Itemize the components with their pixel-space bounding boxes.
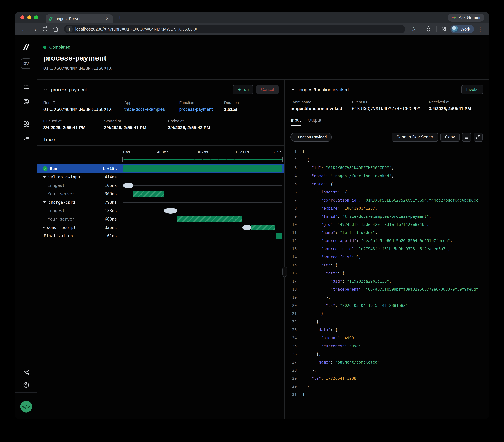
run-fields-row1: Run ID 01KJX6Q7W64NMKMWBNKCJ58XTX App tr…	[37, 94, 284, 112]
profile-chip[interactable]: Work	[450, 25, 474, 33]
field-label: Run ID	[43, 101, 124, 105]
code-line: 20 "ts": "2026-03-04T19:55:41.288158Z"	[288, 302, 489, 310]
expand-icon[interactable]	[474, 133, 483, 142]
bookmark-star-icon[interactable]: ☆	[409, 25, 418, 34]
timeline-minimap[interactable]	[123, 157, 282, 162]
code-line: 23 "data": {	[288, 326, 489, 334]
browser-toolbar: ← → i localhost:8288/run?runID=01KJX6Q7W…	[15, 23, 489, 35]
dev-server-fab[interactable]: </>	[20, 401, 32, 413]
new-tab-button[interactable]: +	[118, 14, 122, 21]
payload-code-editor[interactable]: 1[2 {3 "id": "01KJX6Q7V81N4DMZ7HFJ0CGPDM…	[285, 148, 489, 399]
menu-kebab-icon[interactable]: ⋮	[476, 25, 485, 34]
code-line-content: "expire": 1804190141287,	[302, 204, 378, 212]
chevron-down-icon[interactable]	[43, 201, 46, 203]
line-number: 21	[288, 310, 297, 318]
code-line-content: [	[302, 148, 305, 156]
function-payload-pill[interactable]: Function Payload	[290, 133, 332, 142]
code-line-content: "source_app_id": "eea6afc5-e66d-5b26-850…	[302, 237, 452, 245]
trace-row[interactable]: Run1.615s	[37, 165, 284, 173]
line-number: 19	[288, 293, 297, 302]
code-line-content: "currency": "usd"	[302, 342, 361, 350]
function-link[interactable]: process-payment	[179, 107, 224, 112]
share-icon[interactable]	[23, 369, 29, 375]
nav-runs-icon[interactable]	[23, 84, 29, 90]
close-window-button[interactable]	[20, 16, 24, 19]
field-label: Queued at	[43, 119, 104, 123]
code-line: 5 "data": {	[288, 180, 489, 188]
home-button[interactable]	[51, 25, 60, 34]
trace-row[interactable]: send-receipt335ms	[37, 223, 284, 232]
code-line-content: }	[302, 383, 309, 391]
collapse-chevron-icon[interactable]	[291, 87, 295, 92]
field-label: Duration	[224, 101, 239, 105]
rerun-button[interactable]: Rerun	[233, 85, 253, 94]
trace-row[interactable]: Inngest105ms	[37, 181, 284, 190]
dev-env-badge[interactable]: DV	[21, 58, 31, 69]
inngest-logo-icon[interactable]	[24, 44, 28, 50]
address-bar[interactable]: i localhost:8288/run?runID=01KJX6Q7W64NM…	[64, 25, 405, 34]
nav-functions-icon[interactable]	[23, 135, 29, 142]
timeline-track	[123, 236, 282, 236]
chevron-down-icon[interactable]	[43, 176, 46, 178]
axis-tick-label: 403ms	[157, 150, 169, 154]
browser-tab[interactable]: Inngest Server ✕	[46, 15, 113, 23]
nav-apps-icon[interactable]	[23, 121, 29, 127]
code-line: 4 "name": "inngest/function.invoked",	[288, 172, 489, 180]
maximize-window-button[interactable]	[34, 16, 38, 19]
code-line-content: },	[302, 350, 321, 358]
trace-bar-solid	[276, 233, 282, 239]
side-panel-search-icon[interactable]	[440, 25, 449, 34]
copy-button[interactable]: Copy	[440, 133, 460, 142]
avatar	[452, 26, 458, 32]
line-number: 2	[288, 156, 297, 164]
ask-gemini-button[interactable]: Ask Gemini	[448, 14, 484, 22]
event-panel: inngest/function.invoked Invoke Event na…	[285, 80, 489, 419]
collapse-chevron-icon[interactable]	[43, 87, 48, 92]
word-wrap-icon[interactable]	[462, 133, 471, 142]
nav-event-search-icon[interactable]	[23, 98, 29, 105]
code-line-content: "fn_id": "trace-docs-examples-process-pa…	[302, 212, 431, 221]
forward-button[interactable]: →	[30, 26, 39, 32]
line-number: 23	[288, 326, 297, 334]
trace-row[interactable]: Your server309ms	[37, 190, 284, 198]
trace-row[interactable]: charge-card798ms	[37, 198, 284, 206]
code-line: 1[	[288, 148, 489, 156]
chevron-right-icon[interactable]	[43, 226, 45, 229]
tab-input[interactable]: Input	[291, 118, 301, 126]
code-line-content: },	[302, 293, 331, 302]
started-at-value: 3/4/2026, 2:55:41 PM	[104, 125, 168, 130]
line-number: 30	[288, 383, 297, 391]
panel-resize-handle[interactable]	[282, 267, 287, 277]
trace-row[interactable]: Your server660ms	[37, 215, 284, 223]
code-line-content: "id": "01KJX6Q7V81N4DMZ7HFJ0CGPDM",	[302, 164, 394, 172]
trace-bar-light	[123, 183, 133, 188]
trace-bar-hatch	[133, 191, 164, 197]
code-line: 13 "source_fn_id": "e27943fe-f31b-5c9b-9…	[288, 245, 489, 253]
site-info-icon[interactable]: i	[66, 26, 73, 33]
code-line-content: "data": {	[302, 326, 338, 334]
event-id-value: 01KJX6Q7V81N4DMZ7HFJ0CGPDM	[352, 106, 429, 111]
send-to-dev-server-button[interactable]: Send to Dev Server	[392, 133, 438, 142]
code-line-content: "data": {	[302, 180, 333, 188]
code-line-content: "ts": "2026-03-04T19:55:41.288158Z"	[302, 302, 408, 310]
minimize-window-button[interactable]	[27, 16, 31, 19]
trace-row-timeline	[123, 206, 282, 215]
extensions-icon[interactable]	[425, 25, 433, 34]
trace-row[interactable]: validate-input414ms	[37, 173, 284, 181]
back-button[interactable]: ←	[19, 26, 28, 32]
trace-row[interactable]: Inngest138ms	[37, 206, 284, 215]
timeline-track	[123, 186, 282, 186]
help-icon[interactable]	[23, 382, 29, 388]
trace-row[interactable]: Finalization61ms	[37, 232, 284, 240]
code-line: 6 "_inngest": {	[288, 188, 489, 196]
invoke-button[interactable]: Invoke	[461, 85, 483, 94]
tab-close-icon[interactable]: ✕	[106, 16, 109, 21]
tab-output[interactable]: Output	[308, 118, 321, 126]
step-name: Run	[50, 166, 57, 171]
tab-trace[interactable]: Trace	[43, 137, 55, 145]
timeline-axis: 0ms 403ms 807ms 1.211s 1.615s	[123, 150, 282, 155]
line-number: 8	[288, 204, 297, 212]
reload-button[interactable]	[41, 25, 49, 34]
cancel-button[interactable]: Cancel	[256, 85, 279, 94]
app-link[interactable]: trace-docs-examples	[124, 107, 179, 112]
